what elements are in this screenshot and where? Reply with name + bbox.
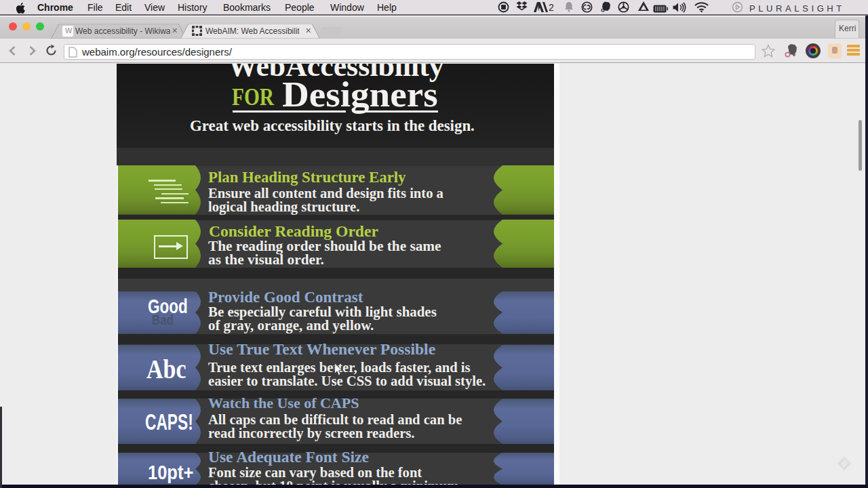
svg-text:2: 2 <box>549 2 554 13</box>
